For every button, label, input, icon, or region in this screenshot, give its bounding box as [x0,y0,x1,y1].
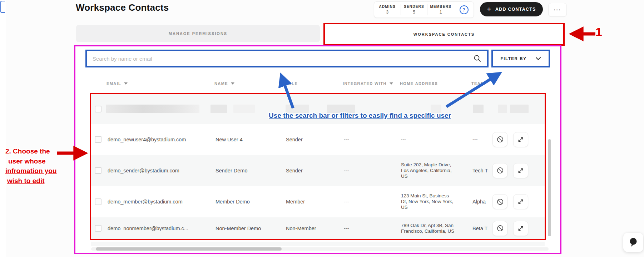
cell-name: Non-Member Demo [216,226,286,231]
cell-email: demo_member@bystadium.com [108,199,216,205]
block-icon [496,136,504,143]
annotation-step1-number: 1 [595,25,602,39]
cell-role: Sender [286,137,344,142]
expand-icon [517,198,524,205]
expand-icon [517,167,524,174]
cell-role: Non-Member [286,226,344,231]
cell-integrated-with: --- [344,137,401,142]
search-bar [85,50,489,67]
table-row[interactable]: demo_sender@bystadium.com Sender Demo Se… [91,155,545,186]
filter-by-button[interactable]: FILTER BY [491,50,550,67]
expand-contact-button[interactable] [513,221,528,236]
cell-email: demo_sender@bystadium.com [108,168,216,173]
expand-contact-button[interactable] [513,194,528,209]
block-contact-button[interactable] [492,194,507,209]
redacted-email-block [106,105,199,113]
column-header-email[interactable]: EMAIL [106,81,214,86]
chat-bubble-icon [628,237,638,248]
redacted-action-block [498,105,507,113]
cell-integrated-with: --- [344,226,401,231]
vertical-scrollbar[interactable] [548,139,551,236]
row-checkbox[interactable] [95,167,101,174]
sidebar-toggle-icon[interactable] [0,1,5,13]
cell-home-address: --- [401,137,456,142]
block-contact-button[interactable] [492,163,507,178]
block-icon [496,167,504,174]
chevron-down-icon [536,57,541,60]
block-contact-button[interactable] [492,221,507,236]
annotation-step2-note: 2. Choose the user whose infromation you… [5,146,77,186]
expand-contact-button[interactable] [513,163,528,178]
cell-home-address: 123 Main St, Business Dt, New York, New … [401,193,456,210]
row-checkbox[interactable] [95,198,101,205]
cell-team: Beta T [472,226,492,231]
column-header-team: TEAM/ [471,81,491,86]
sort-caret-icon [124,82,128,85]
cell-home-address: 789 Oak Dr, Apt 3B, San Francisco, Calif… [401,223,456,234]
cell-role: Sender [286,168,344,173]
cell-integrated-with: --- [344,199,401,205]
cell-name: New User 4 [216,137,286,142]
stat-senders: SENDERS 5 [401,4,428,15]
row-checkbox[interactable] [95,106,101,112]
cell-integrated-with: --- [344,168,401,173]
redacted-name-block [210,105,227,113]
column-header-name[interactable]: NAME [214,81,285,86]
table-row[interactable]: demo_member@bystadium.com Member Demo Me… [91,186,545,217]
annotation-search-note: Use the search bar or filters to easily … [269,112,483,120]
row-continuation [91,242,545,246]
page-title: Workspace Contacts [76,2,169,13]
block-contact-button[interactable] [492,132,507,147]
row-checkbox[interactable] [95,225,101,232]
cell-email: demo_newuser4@bystadium.com [108,137,216,142]
cell-team: --- [472,137,492,142]
chat-launcher-button[interactable] [623,233,643,252]
block-icon [496,198,504,206]
tab-workspace-contacts[interactable]: WORKSPACE CONTACTS [323,23,565,46]
search-input[interactable] [87,51,487,66]
table-row[interactable]: demo_nonmember@bystadium.c... Non-Member… [91,217,545,239]
horizontal-scrollbar[interactable] [96,247,282,251]
redacted-name-block [233,105,255,113]
cell-team: Alpha [472,199,492,205]
table-header: EMAIL NAME ROLE INTEGRATED WITH HOME ADD… [90,76,546,91]
search-icon [474,55,481,62]
table-row[interactable]: demo_newuser4@bystadium.com New User 4 S… [91,124,545,155]
expand-icon [517,225,524,232]
sidebar-edge [0,0,6,257]
column-header-role: ROLE [285,81,343,86]
stat-admins: ADMINS 3 [374,4,401,15]
sort-caret-icon [231,82,234,85]
cell-role: Member [286,199,344,205]
tab-manage-permissions[interactable]: MANAGE PERMISSIONS [76,25,320,42]
stat-members: MEMBERS 1 [427,4,454,15]
block-icon [496,225,504,232]
column-header-integrated-with[interactable]: INTEGRATED WITH [343,81,400,86]
cell-name: Sender Demo [216,168,286,173]
row-checkbox[interactable] [95,136,101,143]
more-options-button[interactable]: ··· [548,3,567,17]
redacted-action-block [510,105,529,113]
add-contacts-button[interactable]: + ADD CONTACTS [480,2,543,16]
expand-icon [517,136,524,143]
column-header-home-address: HOME ADDRESS [400,81,471,86]
sort-caret-icon [390,82,393,85]
cell-email: demo_nonmember@bystadium.c... [108,226,216,231]
expand-contact-button[interactable] [513,132,528,147]
ellipsis-icon: ··· [554,7,561,13]
plus-icon: + [487,6,491,13]
help-icon[interactable]: ? [460,5,469,14]
cell-home-address: Suite 202, Maple Drive, Los Angeles, Cal… [401,162,456,179]
contact-stats: ADMINS 3 SENDERS 5 MEMBERS 1 ? [374,1,474,18]
cell-team: Tech T [472,168,492,173]
cell-name: Member Demo [216,199,286,205]
